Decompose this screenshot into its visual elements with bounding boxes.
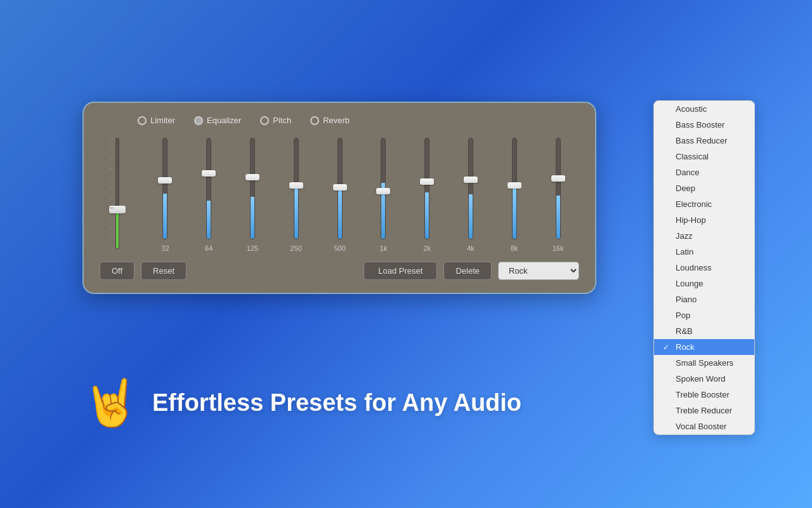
pitch-radio[interactable] xyxy=(260,116,269,125)
dropdown-item[interactable]: Piano xyxy=(654,291,754,307)
dropdown-item[interactable]: ✓Rock xyxy=(654,339,754,355)
dropdown-item[interactable]: Small Speakers xyxy=(654,355,754,371)
freq-slider-track-32[interactable] xyxy=(162,138,167,239)
freq-tick xyxy=(213,211,216,212)
dropdown-item-label: Latin xyxy=(676,247,693,257)
reverb-radio[interactable] xyxy=(310,116,319,125)
freq-tick xyxy=(256,193,259,194)
dropdown-item[interactable]: Pop xyxy=(654,307,754,323)
freq-tick xyxy=(518,138,521,139)
off-button[interactable]: Off xyxy=(100,262,134,280)
freq-tick xyxy=(344,175,347,175)
freq-tick xyxy=(300,203,303,203)
dropdown-item[interactable]: Jazz xyxy=(654,228,754,244)
freq-tick xyxy=(300,230,303,231)
load-preset-button[interactable]: Load Preset xyxy=(363,262,437,280)
emoji-icon: 🤘 xyxy=(82,380,140,425)
freq-slider-thumb-2k[interactable] xyxy=(420,178,434,185)
equalizer-radio[interactable] xyxy=(194,116,203,125)
dropdown-item[interactable]: Hip-Hop xyxy=(654,212,754,228)
freq-slider-thumb-1k[interactable] xyxy=(376,188,390,194)
freq-slider-thumb-4k[interactable] xyxy=(464,177,478,183)
freq-tick xyxy=(169,230,172,231)
freq-tick xyxy=(300,147,303,148)
freq-tick xyxy=(256,230,259,231)
freq-tick xyxy=(518,166,521,166)
limiter-radio[interactable] xyxy=(138,116,147,125)
freq-slider-thumb-64[interactable] xyxy=(202,170,216,177)
freq-label-500: 500 xyxy=(334,244,345,252)
equalizer-option[interactable]: Equalizer xyxy=(194,116,241,125)
dropdown-item[interactable]: Treble Reducer xyxy=(654,403,754,418)
dropdown-item-label: Spoken Word xyxy=(676,374,726,384)
dropdown-item[interactable]: Classical xyxy=(654,149,754,164)
dropdown-item[interactable]: Bass Booster xyxy=(654,117,754,133)
preset-select[interactable]: Rock Acoustic Bass Booster Bass Reducer … xyxy=(498,262,579,280)
freq-slider-track-125[interactable] xyxy=(250,138,255,239)
dropdown-item[interactable]: Loudness xyxy=(654,260,754,276)
reset-button[interactable]: Reset xyxy=(141,262,187,280)
freq-slider-thumb-500[interactable] xyxy=(333,184,347,190)
freq-tick xyxy=(475,138,478,139)
freq-tick xyxy=(256,147,259,148)
freq-slider-fill-8k xyxy=(513,189,516,239)
freq-slider-track-1k[interactable] xyxy=(381,138,386,239)
freq-slider-thumb-32[interactable] xyxy=(158,177,172,184)
dropdown-item[interactable]: Bass Reducer xyxy=(654,133,754,149)
freq-slider-fill-125 xyxy=(251,197,254,239)
eq-sliders-area: 32641252505001k2k4k8k16k xyxy=(100,138,579,252)
dropdown-item[interactable]: Deep xyxy=(654,180,754,196)
pitch-option[interactable]: Pitch xyxy=(260,116,291,125)
freq-tick xyxy=(431,220,434,221)
dropdown-item[interactable]: Acoustic xyxy=(654,101,754,117)
freq-slider-fill-2k xyxy=(425,192,429,239)
freq-tick xyxy=(518,175,521,175)
freq-tick xyxy=(256,220,259,221)
volume-fill xyxy=(116,210,119,248)
freq-slider-track-16k[interactable] xyxy=(556,138,561,239)
dropdown-item[interactable]: Treble Booster xyxy=(654,387,754,403)
freq-slider-track-4k[interactable] xyxy=(468,138,473,239)
dropdown-item-label: Hip-Hop xyxy=(676,215,706,225)
freq-slider-thumb-125[interactable] xyxy=(246,174,259,180)
dropdown-item[interactable]: Vocal Booster xyxy=(654,418,754,434)
delete-button[interactable]: Delete xyxy=(443,262,492,280)
freq-tick xyxy=(300,138,303,139)
dropdown-item[interactable]: Dance xyxy=(654,164,754,180)
freq-tick xyxy=(169,184,172,185)
freq-tick xyxy=(169,157,172,157)
limiter-option[interactable]: Limiter xyxy=(138,116,175,125)
freq-tick xyxy=(213,239,216,239)
freq-tick xyxy=(169,166,172,166)
dropdown-item[interactable]: Spoken Word xyxy=(654,371,754,387)
reverb-option[interactable]: Reverb xyxy=(310,116,350,125)
freq-tick xyxy=(169,147,172,148)
freq-slider-track-2k[interactable] xyxy=(424,138,429,239)
freq-tick xyxy=(562,157,565,157)
dropdown-item-label: Lounge xyxy=(676,279,703,288)
freq-slider-track-250[interactable] xyxy=(294,138,299,239)
dropdown-item[interactable]: Lounge xyxy=(654,276,754,291)
freq-slider-track-500[interactable] xyxy=(337,138,343,239)
promo-text: Effortless Presets for Any Audio xyxy=(152,389,521,417)
dropdown-item[interactable]: R&B xyxy=(654,323,754,339)
freq-slider-thumb-8k[interactable] xyxy=(508,182,521,189)
freq-slider-track-8k[interactable] xyxy=(512,138,517,239)
volume-slider-container xyxy=(100,138,134,252)
dropdown-item[interactable]: Latin xyxy=(654,244,754,260)
freq-slider-thumb-16k[interactable] xyxy=(551,175,565,182)
freq-tick xyxy=(475,193,478,194)
freq-slider-track-64[interactable] xyxy=(206,138,211,239)
freq-tick xyxy=(256,157,259,157)
tick xyxy=(110,188,114,189)
freq-slider-thumb-250[interactable] xyxy=(289,182,303,189)
dropdown-item[interactable]: Electronic xyxy=(654,196,754,212)
freq-tick xyxy=(256,138,259,139)
volume-track[interactable] xyxy=(115,138,119,249)
freq-tick xyxy=(562,147,565,148)
freq-sliders: 32641252505001k2k4k8k16k xyxy=(144,138,579,252)
freq-tick xyxy=(256,184,259,185)
freq-tick xyxy=(475,230,478,231)
dropdown-item-label: R&B xyxy=(676,326,693,336)
dropdown-item-label: Deep xyxy=(676,184,695,193)
